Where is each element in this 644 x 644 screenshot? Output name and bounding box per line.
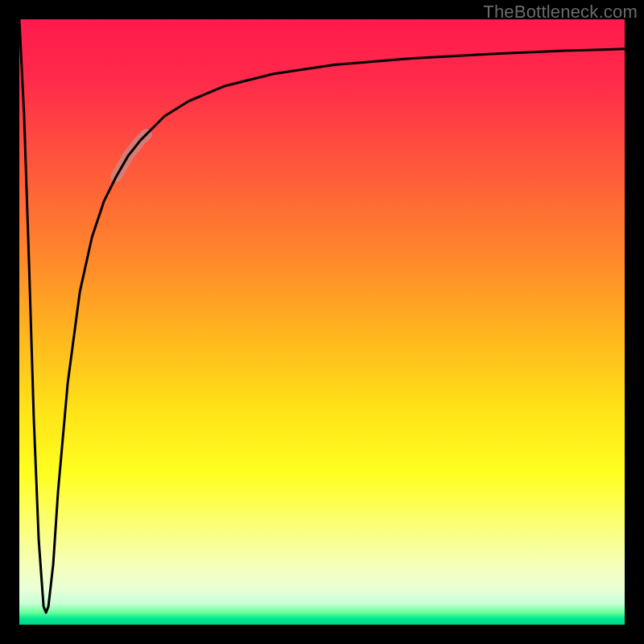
curve-svg	[19, 19, 625, 625]
bottleneck-curve	[19, 19, 625, 613]
plot-area	[19, 19, 625, 625]
chart-frame: TheBottleneck.com	[0, 0, 644, 644]
watermark-text: TheBottleneck.com	[483, 2, 638, 23]
